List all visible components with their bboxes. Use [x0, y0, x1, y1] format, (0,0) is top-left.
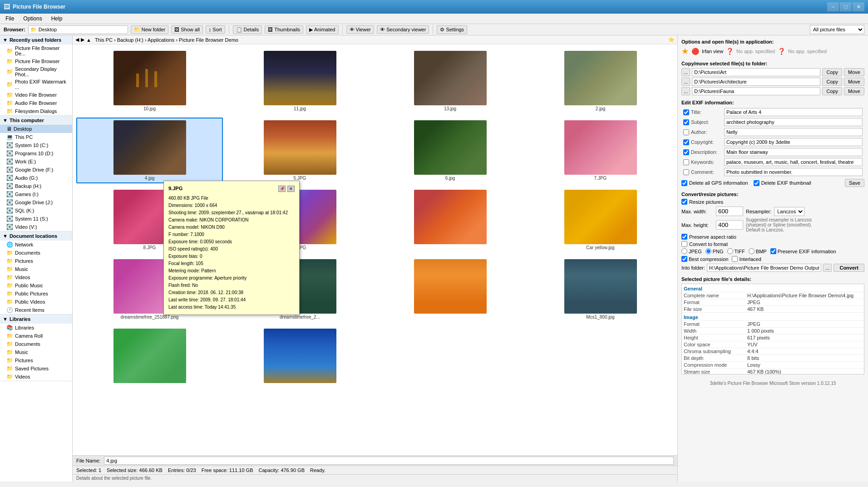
sidebar-item[interactable]: 📁Video File Browser	[0, 91, 72, 99]
sidebar-item-lib-documents[interactable]: 📁Documents	[0, 340, 72, 348]
filename-input[interactable]	[104, 457, 674, 465]
sidebar-item[interactable]: 📁Filesystem Dialogs	[0, 107, 72, 115]
copy-path-art[interactable]	[692, 68, 820, 76]
sidebar-item[interactable]: 📁Picture File Browser	[0, 57, 72, 65]
menu-options[interactable]: Options	[21, 15, 44, 23]
thumbnail-item[interactable]	[377, 256, 523, 322]
resize-checkbox-label[interactable]: Resize pictures	[681, 199, 864, 205]
browse-btn-fauna[interactable]: ...	[681, 87, 690, 95]
sidebar-header-computer[interactable]: ▼ This computer	[0, 116, 72, 125]
btn-settings[interactable]: ⚙ Settings	[437, 25, 467, 34]
exif-input-title[interactable]	[724, 108, 863, 116]
thumbnail-item[interactable]: 6.jpg	[377, 118, 523, 183]
sidebar-item-documents[interactable]: 📁Documents	[0, 249, 72, 257]
exif-input-comment[interactable]	[724, 168, 863, 176]
sidebar-item-i[interactable]: 💽Games (I:)	[0, 190, 72, 198]
sidebar-item-c[interactable]: 💽System 10 (C:)	[0, 141, 72, 149]
thumbnail-item[interactable]	[377, 187, 523, 253]
exif-delete-thumbnail-label[interactable]: Delete EXIF thumbnail	[754, 180, 811, 186]
browse-btn-art[interactable]: ...	[681, 68, 690, 76]
resampler-select[interactable]: Lanczos Spline Box	[774, 207, 804, 216]
sidebar-item[interactable]: 📁Picture File Browser De...	[0, 44, 72, 57]
thumbnail-item[interactable]: Car yellow.jpg	[527, 187, 674, 253]
sidebar-item-h[interactable]: 💽Backup (H:)	[0, 182, 72, 190]
exif-check-keywords[interactable]	[683, 159, 689, 165]
sidebar-item-j[interactable]: 💽Google Drive (J:)	[0, 198, 72, 207]
sidebar-item-network[interactable]: 🌐Network	[0, 241, 72, 249]
sidebar-item-pictures[interactable]: 📁Pictures	[0, 257, 72, 265]
sidebar-item-desktop[interactable]: 🖥Desktop	[0, 125, 72, 133]
exif-input-author[interactable]	[724, 128, 863, 136]
thumbnail-item[interactable]: Mcs1_800.jpg	[527, 256, 674, 322]
btn-sort[interactable]: ↕ Sort	[206, 25, 225, 34]
copy-btn-art[interactable]: Copy	[822, 68, 842, 76]
filter-select[interactable]: All picture files	[810, 25, 864, 34]
thumbnail-item-selected[interactable]: 4.jpg	[76, 118, 223, 183]
forward-btn[interactable]: ▶	[81, 37, 84, 43]
exif-check-comment[interactable]	[683, 169, 689, 175]
sidebar-item-lib-music[interactable]: 📁Music	[0, 348, 72, 356]
convert-format-label[interactable]: Convert to format	[681, 241, 864, 247]
close-button[interactable]: ✕	[853, 2, 864, 11]
preserve-exif-label[interactable]: Preserve EXIF information	[770, 248, 836, 254]
max-width-input[interactable]	[716, 207, 743, 216]
sidebar-item[interactable]: 📁Photo EXIF Watermark ...	[0, 78, 72, 91]
exif-input-copyright[interactable]	[724, 138, 863, 146]
copy-btn-arch[interactable]: Copy	[822, 78, 842, 86]
move-btn-fauna[interactable]: Move	[844, 87, 864, 95]
btn-animated[interactable]: ▶ Animated	[306, 25, 338, 34]
exif-check-description[interactable]	[683, 149, 689, 155]
best-compression-label[interactable]: Best compression	[681, 256, 728, 262]
sidebar-item-lib-videos[interactable]: 📁Videos	[0, 373, 72, 381]
copy-path-arch[interactable]	[692, 78, 820, 86]
btn-new-folder[interactable]: 📁 New folder	[131, 25, 169, 34]
resize-checkbox[interactable]	[681, 199, 687, 205]
btn-viewer[interactable]: 👁 Viewer	[346, 25, 374, 34]
sidebar-item-public-music[interactable]: 📁Public Music	[0, 281, 72, 290]
exif-save-button[interactable]: Save	[845, 179, 864, 187]
btn-thumbnails[interactable]: 🖼 Thumbnails	[265, 25, 303, 34]
sidebar-item-g[interactable]: 💽Audio (G:)	[0, 174, 72, 182]
format-tiff[interactable]	[727, 248, 733, 254]
sidebar-item-public-videos[interactable]: 📁Public Videos	[0, 298, 72, 306]
move-btn-arch[interactable]: Move	[844, 78, 864, 86]
output-folder-browse-btn[interactable]: ...	[823, 264, 832, 272]
sidebar-item-public-pictures[interactable]: 📁Public Pictures	[0, 290, 72, 298]
exif-delete-gps[interactable]	[681, 180, 687, 186]
convert-format-checkbox[interactable]	[681, 241, 687, 247]
menu-help[interactable]: Help	[49, 15, 64, 23]
preserve-aspect-checkbox[interactable]	[681, 234, 687, 240]
output-folder-input[interactable]	[707, 264, 821, 272]
exif-input-keywords[interactable]	[724, 158, 863, 166]
sidebar-item-thispc[interactable]: 💻This PC	[0, 133, 72, 141]
sidebar-item-music[interactable]: 📁Music	[0, 265, 72, 273]
thumbnail-item[interactable]: 10.jpg	[76, 48, 223, 114]
btn-secondary-viewer[interactable]: 👁 Secondary viewer	[377, 25, 429, 34]
sidebar-header-recent[interactable]: ▼ Recently used folders	[0, 35, 72, 44]
maximize-button[interactable]: □	[840, 2, 852, 11]
exif-check-author[interactable]	[683, 129, 689, 135]
format-bmp[interactable]	[749, 248, 755, 254]
exif-check-title[interactable]	[683, 109, 689, 115]
format-jpeg-label[interactable]: JPEG	[681, 248, 702, 254]
up-btn[interactable]: ▲	[86, 37, 91, 43]
thumbnail-item[interactable]	[227, 326, 373, 387]
sidebar-item-recent[interactable]: 🕐Recent Items	[0, 306, 72, 314]
format-jpeg[interactable]	[681, 248, 687, 254]
best-compression-checkbox[interactable]	[681, 256, 687, 262]
exif-input-subject[interactable]	[724, 118, 863, 126]
exif-delete-gps-label[interactable]: Delete all GPS information	[681, 180, 748, 186]
back-btn[interactable]: ◀	[75, 37, 79, 43]
thumbnail-item[interactable]: 13.jpg	[377, 48, 523, 114]
preserve-aspect-label[interactable]: Preserve aspect ratio	[681, 234, 864, 240]
sidebar-item-lib-pictures[interactable]: 📁Pictures	[0, 356, 72, 364]
sidebar-item-camera-roll[interactable]: 📁Camera Roll	[0, 332, 72, 340]
max-height-input[interactable]	[716, 220, 743, 230]
interlaced-checkbox[interactable]	[732, 256, 738, 262]
sidebar-header-docs[interactable]: ▼ Document locations	[0, 231, 72, 241]
sidebar-item-v[interactable]: 💽Video (V:)	[0, 223, 72, 231]
btn-details[interactable]: 📋 Details	[233, 25, 262, 34]
sidebar-item[interactable]: 📁Audio File Browser	[0, 99, 72, 107]
sidebar-item-saved-pictures[interactable]: 📁Saved Pictures	[0, 364, 72, 373]
convert-button[interactable]: Convert	[833, 264, 864, 272]
